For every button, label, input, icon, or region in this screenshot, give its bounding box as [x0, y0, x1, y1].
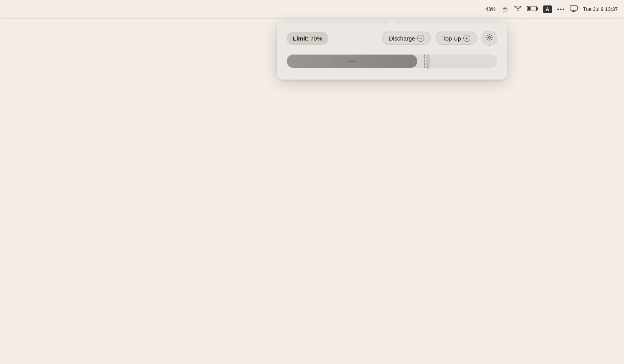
popup-notch	[388, 19, 396, 23]
svg-rect-1	[537, 7, 538, 10]
battery-icon-item[interactable]	[527, 6, 538, 12]
minus-icon	[417, 35, 424, 42]
settings-button[interactable]	[482, 31, 497, 46]
display-icon	[570, 5, 578, 13]
coffee-icon-item[interactable]: ☕	[501, 5, 509, 13]
limit-value: 70%	[310, 35, 322, 42]
coffee-icon: ☕	[501, 5, 509, 13]
datetime-item[interactable]: Tue Jul 9 13:37	[583, 6, 618, 12]
settings-icon	[486, 34, 493, 42]
svg-rect-3	[570, 6, 578, 11]
slider-dash-mark	[348, 61, 356, 62]
battery-percent-text: 43%	[486, 6, 496, 12]
wifi-icon	[514, 6, 521, 12]
discharge-label: Discharge	[389, 35, 415, 42]
battery-popup-panel: Limit: 70% Discharge Top Up	[277, 23, 507, 80]
battery-slider-area[interactable]	[287, 53, 497, 70]
limit-badge: Limit: 70%	[287, 32, 328, 45]
top-up-button[interactable]: Top Up	[436, 32, 477, 45]
input-source-item[interactable]: A	[543, 5, 552, 13]
battery-percent-item: 43%	[486, 6, 496, 12]
svg-point-7	[489, 37, 491, 39]
popup-top-row: Limit: 70% Discharge Top Up	[287, 31, 497, 46]
slider-handle[interactable]	[427, 54, 429, 69]
menubar-right-items: 43% ☕	[486, 5, 618, 13]
wifi-icon-item[interactable]	[514, 6, 521, 12]
slider-dashed-line	[424, 55, 425, 68]
battery-icon	[527, 6, 538, 12]
slider-track[interactable]	[287, 55, 497, 68]
top-up-label: Top Up	[442, 35, 461, 42]
plus-icon	[463, 35, 470, 42]
discharge-button[interactable]: Discharge	[382, 32, 431, 45]
three-dots-icon	[557, 9, 564, 10]
limit-label: Limit:	[293, 35, 309, 42]
input-source-icon: A	[543, 5, 552, 13]
svg-rect-2	[528, 7, 530, 11]
more-items[interactable]	[557, 9, 564, 10]
datetime-text: Tue Jul 9 13:37	[583, 6, 618, 12]
display-icon-item[interactable]	[570, 5, 578, 13]
menu-bar: 43% ☕	[0, 0, 624, 19]
slider-filled	[287, 55, 417, 68]
